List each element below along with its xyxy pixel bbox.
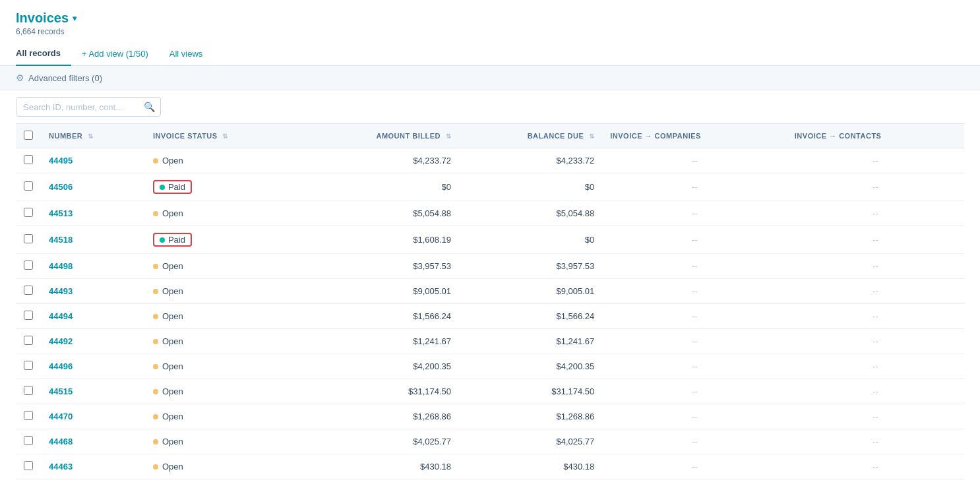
invoice-number-link[interactable]: 44496: [49, 361, 73, 371]
status-label: Open: [162, 261, 183, 271]
sort-icon-status[interactable]: ⇅: [222, 133, 228, 140]
row-companies-cell: --: [602, 329, 787, 354]
row-checkbox[interactable]: [24, 286, 33, 295]
row-checkbox[interactable]: [24, 436, 33, 445]
row-checkbox[interactable]: [24, 461, 33, 470]
table-wrapper: NUMBER ⇅ INVOICE STATUS ⇅ AMOUNT BILLED …: [0, 117, 980, 479]
row-amount-cell: $4,025.77: [302, 429, 459, 454]
invoice-number-link[interactable]: 44493: [49, 286, 73, 296]
status-dot: [153, 264, 158, 269]
table-row: 44515Open$31,174.50$31,174.50----: [16, 379, 964, 404]
table-row: 44518Paid$1,608.19$0----: [16, 226, 964, 254]
row-balance-cell: $4,025.77: [459, 429, 602, 454]
row-balance-cell: $430.18: [459, 454, 602, 479]
tab-all-views[interactable]: All views: [159, 42, 214, 65]
row-number-cell: 44518: [41, 226, 145, 254]
row-contacts-cell: --: [787, 454, 964, 479]
invoice-number-link[interactable]: 44468: [49, 437, 73, 446]
invoice-number-link[interactable]: 44494: [49, 311, 73, 321]
status-dot: [153, 211, 158, 216]
status-cell-wrapper: Open: [153, 208, 294, 218]
row-status-cell: Open: [145, 429, 302, 454]
status-dot: [153, 364, 158, 369]
row-checkbox-cell: [16, 329, 41, 354]
status-cell-wrapper: Open: [153, 311, 294, 321]
row-checkbox[interactable]: [24, 260, 33, 270]
invoice-number-link[interactable]: 44495: [49, 156, 73, 166]
search-button[interactable]: 🔍: [138, 98, 160, 116]
select-all-checkbox[interactable]: [24, 131, 33, 140]
row-contacts-cell: --: [787, 404, 964, 429]
invoice-number-link[interactable]: 44470: [49, 412, 73, 421]
invoice-number-link[interactable]: 44506: [49, 182, 73, 192]
sort-icon-number[interactable]: ⇅: [88, 133, 94, 140]
status-dot: [153, 289, 158, 294]
row-amount-cell: $430.18: [302, 454, 459, 479]
advanced-filters-button[interactable]: ⚙ Advanced filters (0): [16, 73, 102, 83]
invoice-number-link[interactable]: 44498: [49, 261, 73, 271]
row-number-cell: 44493: [41, 279, 145, 304]
row-balance-cell: $4,233.72: [459, 148, 602, 173]
status-dot: [153, 339, 158, 344]
row-number-cell: 44515: [41, 379, 145, 404]
row-balance-cell: $1,241.67: [459, 329, 602, 354]
col-invoice-contacts: INVOICE → CONTACTS: [787, 124, 964, 148]
page-header: Invoices ▾ 6,664 records: [0, 0, 980, 42]
tabs-bar: All records + Add view (1/50) All views: [0, 42, 980, 66]
status-dot: [153, 439, 158, 444]
row-companies-cell: --: [602, 404, 787, 429]
row-amount-cell: $1,566.24: [302, 304, 459, 329]
row-checkbox[interactable]: [24, 311, 33, 320]
row-contacts-cell: --: [787, 201, 964, 226]
status-label: Open: [162, 156, 183, 166]
row-balance-cell: $1,566.24: [459, 304, 602, 329]
table-row: 44498Open$3,957.53$3,957.53----: [16, 254, 964, 279]
status-label: Open: [162, 208, 183, 218]
row-checkbox-cell: [16, 279, 41, 304]
table-header-row: NUMBER ⇅ INVOICE STATUS ⇅ AMOUNT BILLED …: [16, 124, 964, 148]
row-checkbox[interactable]: [24, 234, 33, 243]
sort-icon-amount[interactable]: ⇅: [446, 133, 452, 140]
row-number-cell: 44468: [41, 429, 145, 454]
row-companies-cell: --: [602, 379, 787, 404]
row-checkbox[interactable]: [24, 336, 33, 345]
invoices-table: NUMBER ⇅ INVOICE STATUS ⇅ AMOUNT BILLED …: [16, 123, 964, 479]
row-companies-cell: --: [602, 454, 787, 479]
row-checkbox[interactable]: [24, 411, 33, 420]
row-number-cell: 44463: [41, 454, 145, 479]
status-label: Open: [162, 462, 183, 472]
records-count: 6,664 records: [16, 27, 964, 36]
row-companies-cell: --: [602, 226, 787, 254]
status-label: Paid: [168, 182, 185, 192]
invoice-number-link[interactable]: 44492: [49, 336, 73, 346]
title-dropdown-icon[interactable]: ▾: [73, 14, 77, 23]
row-checkbox[interactable]: [24, 386, 33, 395]
invoice-number-link[interactable]: 44515: [49, 386, 73, 396]
row-checkbox[interactable]: [24, 208, 33, 217]
table-row: 44468Open$4,025.77$4,025.77----: [16, 429, 964, 454]
invoice-number-link[interactable]: 44513: [49, 208, 73, 218]
row-amount-cell: $1,268.86: [302, 404, 459, 429]
table-row: 44493Open$9,005.01$9,005.01----: [16, 279, 964, 304]
col-balance-due: BALANCE DUE ⇅: [459, 124, 602, 148]
search-input[interactable]: [16, 98, 138, 116]
tab-add-view[interactable]: + Add view (1/50): [71, 42, 159, 65]
row-checkbox-cell: [16, 454, 41, 479]
invoice-number-link[interactable]: 44518: [49, 235, 73, 245]
sort-icon-balance[interactable]: ⇅: [589, 133, 595, 140]
row-status-cell: Open: [145, 354, 302, 379]
row-checkbox[interactable]: [24, 181, 33, 191]
status-label: Open: [162, 412, 183, 421]
row-checkbox[interactable]: [24, 361, 33, 370]
invoice-number-link[interactable]: 44463: [49, 462, 73, 472]
table-body: 44495Open$4,233.72$4,233.72----44506Paid…: [16, 148, 964, 479]
tab-all-records[interactable]: All records: [16, 42, 71, 66]
row-checkbox[interactable]: [24, 155, 33, 164]
advanced-filters-label: Advanced filters (0): [28, 73, 102, 83]
col-number: NUMBER ⇅: [41, 124, 145, 148]
row-checkbox-cell: [16, 254, 41, 279]
row-contacts-cell: --: [787, 379, 964, 404]
row-companies-cell: --: [602, 173, 787, 201]
row-status-cell: Open: [145, 379, 302, 404]
row-balance-cell: $0: [459, 173, 602, 201]
